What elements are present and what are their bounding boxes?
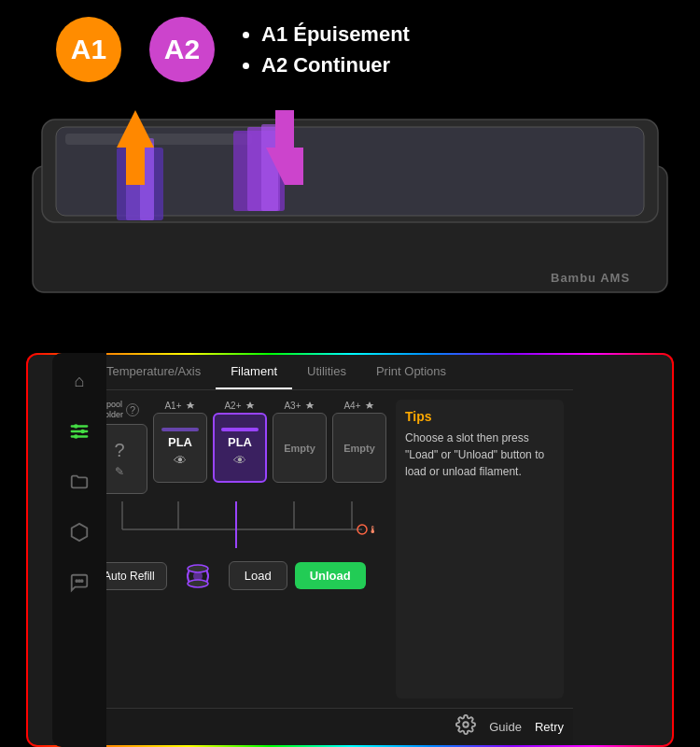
panel-bottom-bar: Guide Retry (82, 708, 573, 745)
tips-section: Tips Choose a slot then press "Load" or … (396, 400, 564, 698)
tab-bar: Temperature/Axis Filament Utilities Prin… (82, 355, 573, 390)
svg-point-15 (74, 434, 78, 439)
connection-svg: 🌡 (91, 501, 386, 548)
ams-slot-a2-card[interactable]: PLA 👁 (213, 413, 267, 483)
unload-button[interactable]: Unload (295, 562, 366, 589)
tab-utilities[interactable]: Utilities (292, 355, 361, 389)
svg-point-14 (80, 430, 85, 434)
badge-a1: A1 (56, 17, 121, 82)
ams-slot-a3-card[interactable]: Empty (273, 413, 327, 483)
load-button[interactable]: Load (229, 561, 287, 590)
tips-text: Choose a slot then press "Load" or "Unlo… (405, 430, 554, 480)
filament-section: Spool holder ? ? ✎ (91, 400, 386, 698)
printer-area: Bambu AMS (0, 92, 700, 297)
slot-a2-color (221, 428, 259, 431)
ams-slot-a1-card[interactable]: PLA 👁 (153, 413, 207, 483)
folder-icon[interactable] (63, 465, 96, 499)
printer-svg: Bambu AMS (0, 92, 700, 297)
slot-a3-text: Empty (284, 443, 315, 454)
chat-icon[interactable] (63, 566, 96, 599)
tips-title: Tips (405, 409, 554, 424)
ams-slots: A1+ PLA 👁 (153, 400, 386, 483)
svg-text:🌡: 🌡 (368, 524, 378, 535)
spool-icon (175, 561, 221, 591)
tab-filament[interactable]: Filament (216, 355, 292, 389)
ams-slot-a1: A1+ PLA 👁 (153, 400, 207, 483)
svg-point-33 (463, 722, 469, 727)
status-list: A1 Épuisement A2 Continuer (243, 19, 410, 80)
svg-rect-3 (65, 134, 252, 145)
slot-a2-eye: 👁 (233, 453, 246, 468)
sidebar: ⌂ (52, 355, 106, 745)
bottom-panel-wrapper: ⌂ (26, 353, 674, 747)
svg-point-31 (188, 565, 208, 572)
ams-slot-a3-label: A3+ (284, 400, 315, 411)
svg-text:Bambu AMS: Bambu AMS (551, 271, 630, 285)
settings-icon[interactable] (63, 415, 96, 448)
retry-button[interactable]: Retry (535, 720, 564, 734)
help-icon: ? (126, 403, 139, 416)
main-content: Temperature/Axis Filament Utilities Prin… (82, 355, 573, 745)
svg-point-19 (81, 580, 83, 582)
question-icon: ? (114, 440, 124, 461)
status-section: A1 A2 A1 Épuisement A2 Continuer (0, 0, 700, 92)
svg-point-18 (78, 580, 80, 582)
tab-temperature-axis[interactable]: Temperature/Axis (91, 355, 216, 389)
tab-print-options[interactable]: Print Options (361, 355, 461, 389)
svg-marker-16 (72, 524, 88, 541)
content-area: Spool holder ? ? ✎ (82, 390, 573, 708)
home-icon[interactable]: ⌂ (63, 364, 96, 398)
connection-lines: 🌡 (91, 501, 386, 548)
slot-a2-text: PLA (228, 435, 252, 449)
ams-slot-a4: A4+ Empty (332, 400, 386, 483)
ams-slot-a4-label: A4+ (343, 400, 374, 411)
slot-a1-eye: 👁 (174, 453, 187, 468)
ams-slot-a2: A2+ PLA 👁 (213, 400, 267, 483)
status-a2: A2 Continuer (261, 49, 410, 80)
spool-row: Spool holder ? ? ✎ (91, 400, 386, 494)
ams-slot-a2-label: A2+ (224, 400, 255, 411)
status-a1: A1 Épuisement (261, 19, 410, 49)
bottom-panel: ⌂ (28, 355, 672, 745)
slot-a4-text: Empty (343, 443, 375, 454)
ams-slot-a4-card[interactable]: Empty (332, 413, 386, 483)
svg-point-17 (76, 580, 77, 582)
svg-point-32 (188, 580, 208, 587)
slot-a1-text: PLA (168, 435, 192, 449)
edit-icon: ✎ (115, 465, 124, 478)
action-buttons: Auto Refill Load (91, 556, 386, 597)
svg-point-13 (74, 424, 78, 429)
guide-button[interactable]: Guide (489, 720, 522, 734)
slot-a1-color (161, 428, 199, 431)
ams-slot-a3: A3+ Empty (273, 400, 327, 483)
ams-slot-a1-label: A1+ (164, 400, 195, 411)
settings-bottom-icon[interactable] (455, 714, 476, 740)
badge-a2: A2 (149, 17, 215, 82)
hex-icon[interactable] (63, 515, 96, 549)
